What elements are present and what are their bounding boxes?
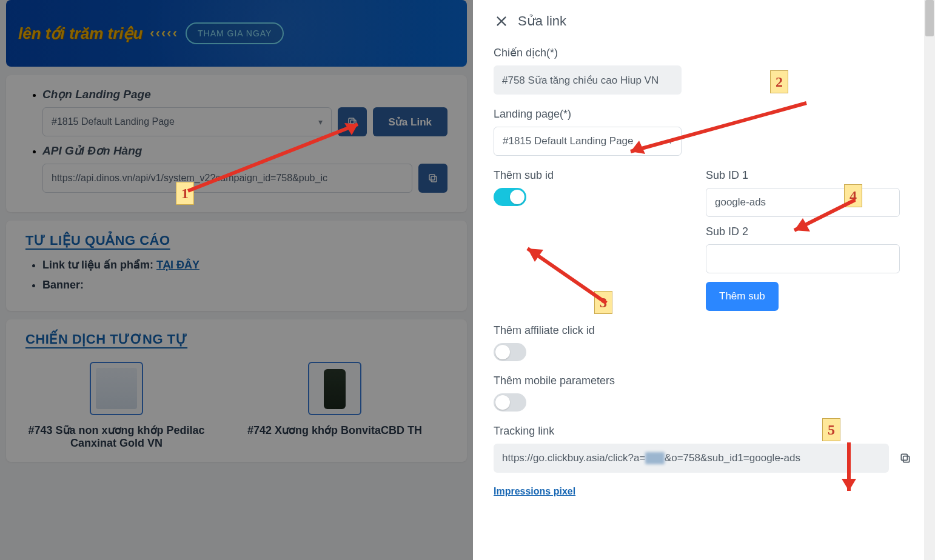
page-scrollbar[interactable] — [924, 0, 935, 560]
campaign-thumbnail — [308, 362, 361, 415]
similar-campaigns-card: CHIẾN DỊCH TƯƠNG TỰ #743 Sữa non xương k… — [6, 319, 467, 462]
banner-item-label: Banner: — [42, 279, 84, 291]
tracking-link-label: Tracking link — [494, 425, 914, 438]
campaign-value: #758 Sữa tăng chiều cao Hiup VN — [502, 74, 659, 87]
close-icon — [495, 15, 508, 28]
svg-rect-1 — [350, 120, 356, 125]
clickid-toggle[interactable] — [494, 343, 526, 361]
campaign-title: #742 Xương khớp BonvitaCBD TH — [244, 424, 426, 437]
similar-campaign-item[interactable]: #742 Xương khớp BonvitaCBD TH — [244, 362, 426, 450]
chevron-down-icon: ▾ — [318, 117, 323, 127]
ads-download-link[interactable]: TẠI ĐÂY — [156, 259, 199, 271]
ads-section-title: TƯ LIỆU QUẢNG CÁO — [25, 233, 447, 248]
edit-link-drawer: Sửa link Chiến dịch(*) #758 Sữa tăng chi… — [473, 0, 935, 560]
tracking-link-field[interactable]: https://go.clickbuy.asia/click?a= xxx &o… — [494, 444, 889, 473]
edit-link-label: Sửa Link — [389, 116, 432, 128]
campaign-label: Chiến dịch(*) — [494, 46, 914, 59]
edit-link-button[interactable]: Sửa Link — [373, 107, 447, 136]
tracking-link-redacted: xxx — [645, 452, 665, 464]
tracking-link-pre: https://go.clickbuy.asia/click?a= — [502, 452, 645, 464]
banner-arrows-icon: ‹‹‹‹‹ — [150, 25, 178, 41]
similar-campaign-item[interactable]: #743 Sữa non xương khớp Pedilac Canxinat… — [25, 362, 207, 450]
svg-rect-3 — [431, 176, 437, 182]
api-url-value: https://api.dinos.vn/api/v1/system_v2?ca… — [52, 173, 327, 184]
copy-tracking-button[interactable] — [896, 449, 914, 467]
svg-rect-4 — [901, 454, 907, 460]
chevron-down-icon: ▾ — [668, 136, 672, 146]
copy-icon — [427, 173, 438, 184]
clickid-toggle-label: Thêm affiliate click id — [494, 324, 914, 337]
impressions-pixel-link[interactable]: Impressions pixel — [494, 486, 575, 496]
banner-headline: lên tới trăm triệu — [18, 24, 142, 43]
copy-icon — [347, 116, 358, 127]
ads-link-prefix: Link tư liệu ấn phẩm: — [42, 259, 156, 271]
api-url-field[interactable]: https://api.dinos.vn/api/v1/system_v2?ca… — [42, 164, 412, 193]
similar-section-title: CHIẾN DỊCH TƯƠNG TỰ — [25, 332, 447, 347]
banner-cta-button[interactable]: THAM GIA NGAY — [186, 22, 284, 44]
landing-page-select[interactable]: #1815 Default Landing Page ▾ — [42, 107, 332, 136]
tracking-link-post: &o=758&sub_id1=google-ads — [665, 452, 800, 464]
sub1-input[interactable] — [706, 188, 900, 217]
drawer-landing-select[interactable]: #1815 Default Landing Page ▾ — [494, 127, 682, 156]
api-order-label: API Gửi Đơn Hàng — [42, 144, 447, 158]
sub2-input[interactable] — [706, 244, 900, 273]
ads-link-item: Link tư liệu ấn phẩm: TẠI ĐÂY — [42, 258, 447, 272]
add-sub-label: Thêm sub — [719, 290, 765, 302]
link-config-card: Chọn Landing Page #1815 Default Landing … — [6, 75, 467, 212]
landing-page-label: Chọn Landing Page — [42, 87, 447, 101]
svg-rect-0 — [349, 118, 354, 124]
campaign-thumbnail — [90, 362, 143, 415]
svg-rect-2 — [429, 175, 435, 180]
ads-materials-card: TƯ LIỆU QUẢNG CÁO Link tư liệu ấn phẩm: … — [6, 221, 467, 311]
drawer-landing-value: #1815 Default Landing Page — [503, 135, 634, 147]
copy-api-button[interactable] — [418, 164, 447, 193]
svg-rect-5 — [903, 456, 910, 462]
mobile-toggle-label: Thêm mobile parameters — [494, 375, 914, 387]
mobile-toggle[interactable] — [494, 393, 526, 412]
copy-landing-button[interactable] — [338, 107, 367, 136]
sub2-label: Sub ID 2 — [706, 225, 900, 238]
campaign-title: #743 Sữa non xương khớp Pedilac Canxinat… — [25, 424, 207, 450]
close-drawer-button[interactable] — [494, 13, 509, 29]
drawer-landing-label: Landing page(*) — [494, 108, 914, 121]
subid-toggle-label: Thêm sub id — [494, 169, 682, 182]
subid-toggle[interactable] — [494, 188, 526, 206]
sub1-label: Sub ID 1 — [706, 169, 900, 182]
landing-page-value: #1815 Default Landing Page — [52, 116, 175, 127]
add-sub-button[interactable]: Thêm sub — [706, 282, 779, 311]
drawer-title: Sửa link — [518, 13, 566, 29]
promo-banner: lên tới trăm triệu ‹‹‹‹‹ THAM GIA NGAY — [6, 0, 467, 67]
campaign-readonly-field: #758 Sữa tăng chiều cao Hiup VN — [494, 65, 682, 95]
copy-icon — [899, 452, 911, 464]
